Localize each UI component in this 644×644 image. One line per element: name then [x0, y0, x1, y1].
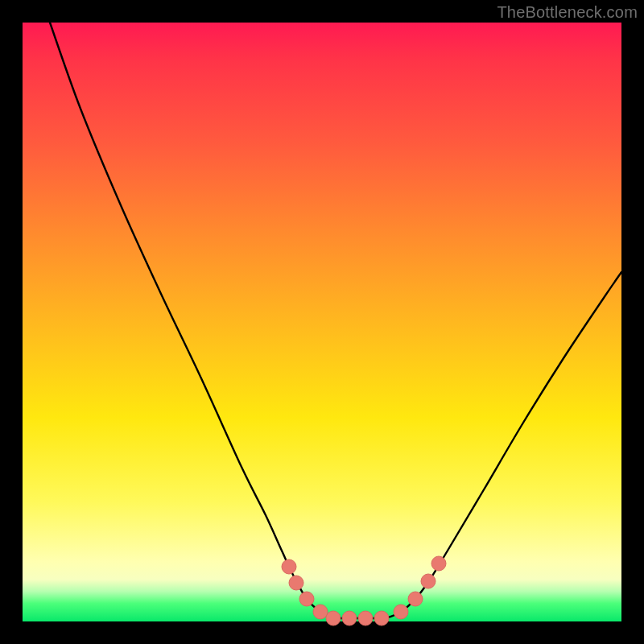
chart-gradient-background [23, 23, 621, 621]
chart-frame: TheBottleneck.com [0, 0, 644, 644]
watermark-text: TheBottleneck.com [497, 3, 638, 22]
